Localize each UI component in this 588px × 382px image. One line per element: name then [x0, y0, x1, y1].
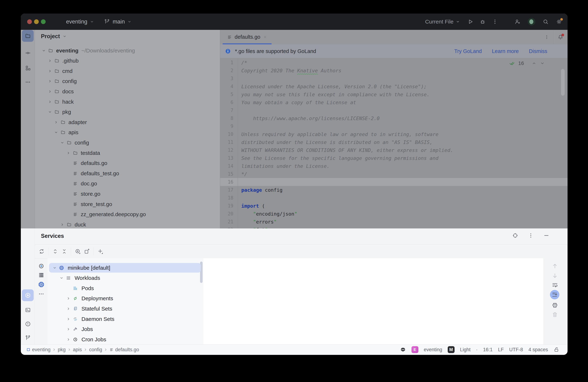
editor-scrollbar[interactable] — [561, 69, 565, 96]
services-tree-item-jobs[interactable]: Jobs — [48, 324, 203, 334]
theme-label[interactable]: Light — [460, 347, 471, 353]
run-button[interactable] — [467, 19, 473, 25]
project-tree-item-defaults.go[interactable]: defaults.go — [35, 158, 220, 168]
project-tree-item-config[interactable]: config — [35, 76, 220, 86]
strip-more-button[interactable] — [38, 291, 44, 297]
project-widget[interactable]: eventing — [66, 19, 87, 25]
project-tree-item-cmd[interactable]: cmd — [35, 66, 220, 76]
refresh-button[interactable] — [39, 248, 45, 254]
next-problem-button[interactable] — [540, 61, 545, 66]
window-close-button[interactable] — [27, 19, 32, 24]
services-tree-item-workloads[interactable]: Workloads — [48, 273, 203, 283]
scroll-down-button[interactable] — [552, 272, 558, 279]
search-everywhere-button[interactable] — [543, 19, 549, 25]
filter-target-button[interactable] — [38, 263, 44, 269]
open-in-new-tab-button[interactable] — [84, 248, 90, 254]
breadcrumb-item-apis[interactable]: apis — [73, 347, 82, 353]
breadcrumb-item-config[interactable]: config — [89, 347, 102, 353]
more-actions-button[interactable] — [492, 19, 498, 25]
project-tree-item-docs[interactable]: docs — [35, 86, 220, 96]
code-editor[interactable]: 22 "fmt"21 "errors"20 "encoding/json"19i… — [220, 58, 567, 229]
services-panel: Services — [35, 229, 567, 344]
hide-panel-button[interactable] — [543, 232, 549, 239]
services-tree-item-cron-jobs[interactable]: Cron Jobs — [48, 334, 203, 344]
services-tree-item-stateful-sets[interactable]: Stateful Sets — [48, 304, 203, 314]
settings-button[interactable] — [556, 19, 562, 25]
add-service-button[interactable] — [97, 248, 104, 254]
services-tree-item-deployments[interactable]: Deployments — [48, 293, 203, 304]
dismiss-link[interactable]: Dismiss — [529, 48, 547, 54]
clear-button[interactable] — [552, 311, 558, 318]
project-panel-header[interactable]: Project — [41, 33, 67, 40]
indent-setting[interactable]: 4 spaces — [528, 347, 548, 353]
project-tree-item-doc.go[interactable]: doc.go — [35, 178, 220, 189]
project-tree-item-zz_generated.deepcopy.go[interactable]: zz_generated.deepcopy.go — [35, 209, 220, 220]
breadcrumb-item-eventing[interactable]: eventing — [32, 347, 50, 353]
window-zoom-button[interactable] — [41, 19, 46, 24]
sidebar-item-project[interactable] — [22, 30, 34, 42]
project-tree-item-testdata[interactable]: testdata — [35, 148, 220, 158]
soft-wrap-button[interactable] — [552, 282, 558, 288]
project-tree-item-defaults_test.go[interactable]: defaults_test.go — [35, 168, 220, 178]
sidebar-item-commit[interactable] — [22, 47, 34, 59]
project-tree-item-duck[interactable]: duck — [35, 219, 220, 229]
kubernetes-button[interactable] — [38, 281, 44, 288]
project-tree-item-pkg[interactable]: pkg — [35, 107, 220, 117]
sidebar-item-structure[interactable] — [22, 62, 34, 74]
line-ending[interactable]: LF — [498, 347, 504, 353]
learn-more-link[interactable]: Learn more — [492, 48, 519, 54]
notifications-button[interactable] — [557, 34, 564, 40]
scope-button[interactable] — [75, 248, 81, 254]
file-encoding[interactable]: UTF-8 — [509, 347, 523, 353]
breadcrumb-item-defaults.go[interactable]: defaults.go — [115, 347, 139, 353]
project-tree-item-store.go[interactable]: store.go — [35, 189, 220, 199]
window-minimize-button[interactable] — [34, 19, 39, 24]
profile-badge[interactable]: E — [412, 346, 418, 353]
project-tree-item-.github[interactable]: .github — [35, 56, 220, 66]
print-button[interactable] — [552, 302, 558, 308]
services-tree-item-daemon-sets[interactable]: Daemon Sets — [48, 314, 203, 324]
breadcrumb-item-pkg[interactable]: pkg — [58, 347, 66, 353]
branch-widget[interactable]: main — [113, 19, 125, 25]
sidebar-item-services[interactable] — [22, 289, 34, 301]
caret-position[interactable]: 16:1 — [483, 347, 493, 353]
services-tree-item-minikube-[default][interactable]: minikube [default] — [48, 263, 203, 273]
services-tree-item-pods[interactable]: Pods — [48, 283, 203, 293]
project-tree-item-store_test.go[interactable]: store_test.go — [35, 199, 220, 209]
inspections-widget[interactable]: 16 — [509, 60, 545, 66]
prev-problem-button[interactable] — [531, 61, 537, 66]
theme-badge[interactable]: M — [448, 346, 455, 353]
editor-options-button[interactable] — [544, 35, 549, 40]
services-options-button[interactable] — [528, 232, 534, 239]
avatar[interactable] — [528, 18, 535, 25]
lock-open-icon[interactable] — [553, 346, 560, 353]
project-tree-item-adapter[interactable]: adapter — [35, 117, 220, 127]
debug-button[interactable] — [480, 19, 486, 25]
scroll-up-button[interactable] — [552, 263, 558, 269]
code-with-me-button[interactable] — [514, 19, 521, 25]
sidebar-item-problems[interactable] — [22, 318, 34, 330]
expand-all-button[interactable] — [52, 248, 58, 254]
run-configuration-selector[interactable]: Current File — [425, 19, 460, 25]
git-branch-icon — [104, 19, 110, 25]
close-icon[interactable] — [263, 35, 267, 39]
sidebar-item-git[interactable] — [22, 332, 34, 344]
project-tree-item-eventing[interactable]: eventing~/Downloads/eventing — [35, 45, 220, 56]
project-tree-item-config[interactable]: config — [35, 137, 220, 148]
scroll-to-end-button[interactable] — [550, 290, 559, 299]
sidebar-item-more[interactable] — [22, 76, 34, 88]
try-goland-link[interactable]: Try GoLand — [454, 48, 482, 54]
divider — [553, 30, 553, 44]
project-tree-item-apis[interactable]: apis — [35, 127, 220, 138]
code-line-14: 14limitations under the License. — [220, 162, 567, 170]
copilot-icon[interactable] — [400, 346, 406, 353]
locate-button[interactable] — [512, 232, 518, 239]
project-tree-item-hack[interactable]: hack — [35, 96, 220, 107]
collapse-all-button[interactable] — [61, 248, 67, 254]
profile-name[interactable]: eventing — [424, 347, 442, 353]
chev-right-icon — [66, 296, 71, 301]
tab-defaults-go[interactable]: defaults.go — [223, 30, 272, 44]
folder-icon — [54, 99, 59, 104]
sidebar-item-terminal[interactable] — [22, 304, 34, 316]
group-by-button[interactable] — [38, 272, 44, 278]
